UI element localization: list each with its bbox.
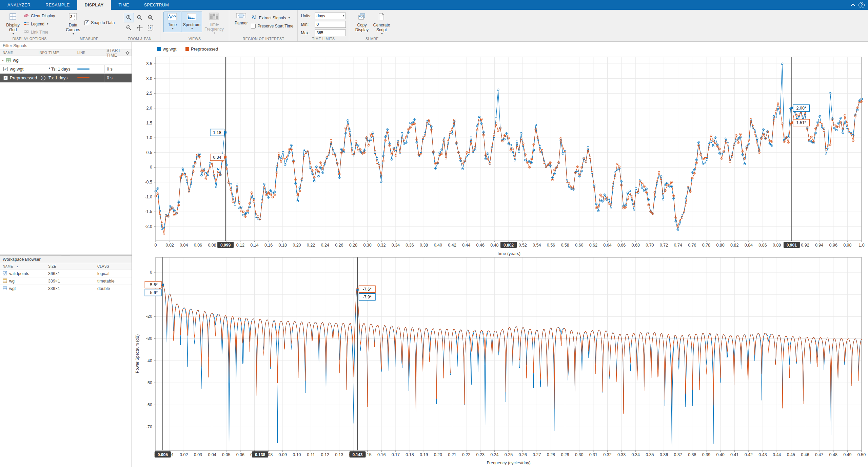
ribbon: Display Grid▾ Clear Display Legend▾ Link… <box>0 10 868 42</box>
svg-text:0.88: 0.88 <box>773 243 781 248</box>
max-input[interactable] <box>315 30 346 36</box>
display-area: 00.020.040.060.080.100.120.140.160.180.2… <box>132 42 868 467</box>
svg-text:-50: -50 <box>146 381 152 385</box>
generate-script-button[interactable]: Generate Script▾ <box>371 12 392 37</box>
panner-icon <box>236 13 246 20</box>
extract-signals-button[interactable]: Extract Signals▾ <box>250 14 294 21</box>
svg-text:0.34: 0.34 <box>392 243 400 248</box>
sort-ascending-icon[interactable]: ▲ <box>16 265 19 268</box>
svg-text:0.68: 0.68 <box>632 243 640 248</box>
section-region-of-interest: Panner Extract Signals▾ ✓ Preserve Start… <box>229 10 298 41</box>
checkbox-checked-icon[interactable]: ✓ <box>3 67 8 71</box>
max-label: Max: <box>301 31 313 35</box>
svg-text:2.0: 2.0 <box>146 106 152 111</box>
tab-resample[interactable]: RESAMPLE <box>38 0 77 10</box>
svg-text:0.62: 0.62 <box>589 243 597 248</box>
svg-text:0.24: 0.24 <box>321 243 329 248</box>
svg-text:3.5: 3.5 <box>146 61 152 66</box>
display-grid-button[interactable]: Display Grid▾ <box>3 12 23 37</box>
svg-text:2.00*: 2.00* <box>796 106 806 111</box>
svg-text:0.25: 0.25 <box>505 452 513 457</box>
section-views: Time▾ Spectrum▾ Time-Frequency▾ VIEWS <box>160 10 229 41</box>
signal-row-wgwgt[interactable]: ✓ wg.wgt * Ts: 1 days 0 s <box>0 65 132 74</box>
spectrum-view-button[interactable]: Spectrum▾ <box>181 12 202 32</box>
svg-text:0: 0 <box>155 243 157 248</box>
svg-text:0.20: 0.20 <box>434 452 442 457</box>
svg-text:0.33: 0.33 <box>617 452 626 457</box>
svg-text:wg.wgt: wg.wgt <box>162 46 177 52</box>
svg-text:0.27: 0.27 <box>533 452 541 457</box>
checkbox-checked-icon[interactable]: ✓ <box>3 76 8 80</box>
svg-text:0.06: 0.06 <box>236 452 244 457</box>
svg-text:0.86: 0.86 <box>758 243 767 248</box>
snap-to-data-checkbox[interactable]: ✓ Snap to Data <box>83 19 116 26</box>
workspace-row-validpoints[interactable]: validpoints 366×1 logical <box>0 270 132 277</box>
zoom-x-button[interactable]: x <box>135 13 145 22</box>
svg-text:0.82: 0.82 <box>730 243 738 248</box>
svg-text:0.42: 0.42 <box>448 243 456 248</box>
svg-text:3.0: 3.0 <box>146 76 152 81</box>
svg-text:Power Spectrum (dB): Power Spectrum (dB) <box>135 334 140 373</box>
svg-text:Preprocessed: Preprocessed <box>191 46 218 52</box>
fit-view-button[interactable] <box>145 23 156 33</box>
dropdown-caret-icon: ▾ <box>172 27 174 31</box>
svg-text:0.09: 0.09 <box>279 452 287 457</box>
svg-text:0.32: 0.32 <box>377 243 386 248</box>
svg-text:0.18: 0.18 <box>279 243 287 248</box>
svg-text:0.46: 0.46 <box>476 243 485 248</box>
time-plot[interactable]: 00.020.040.060.080.100.120.140.160.180.2… <box>132 42 868 256</box>
svg-text:-20: -20 <box>146 314 152 319</box>
tab-time[interactable]: TIME <box>111 0 136 10</box>
svg-text:0.06: 0.06 <box>194 243 202 248</box>
minimize-ribbon-icon[interactable] <box>851 3 855 8</box>
svg-text:0.02: 0.02 <box>165 243 174 248</box>
workspace-row-wg[interactable]: wg 339×1 timetable <box>0 277 132 285</box>
svg-text:0.36: 0.36 <box>660 452 668 457</box>
spectrum-plot[interactable]: 00.010.020.030.040.050.060.070.080.090.1… <box>132 256 868 467</box>
preserve-start-time-checkbox[interactable]: ✓ Preserve Start Time <box>250 22 294 30</box>
svg-text:-2.0: -2.0 <box>145 224 152 229</box>
svg-text:-1.0: -1.0 <box>145 195 152 199</box>
tab-spectrum[interactable]: SPECTRUM <box>137 0 176 10</box>
workspace-row-wgt[interactable]: wgt 339×1 double <box>0 285 132 292</box>
svg-text:0.37: 0.37 <box>674 452 682 457</box>
data-cursors-button[interactable]: 2 Data Cursors▾ <box>62 12 83 37</box>
time-view-button[interactable]: Time▾ <box>163 12 181 32</box>
clear-display-button[interactable]: Clear Display <box>23 12 56 19</box>
svg-text:0.43: 0.43 <box>758 452 767 457</box>
units-label: Units: <box>301 14 313 18</box>
units-dropdown[interactable]: days ▾ <box>315 13 346 19</box>
svg-text:-60: -60 <box>146 403 152 407</box>
svg-text:0.48: 0.48 <box>490 243 498 248</box>
dropdown-caret-icon: ▾ <box>214 31 215 35</box>
tab-analyzer[interactable]: ANALYZER <box>0 0 38 10</box>
tab-display[interactable]: DISPLAY <box>77 0 111 10</box>
svg-text:0.17: 0.17 <box>392 452 400 457</box>
copy-display-icon <box>358 13 366 22</box>
collapse-caret-icon[interactable]: ▾ <box>2 58 6 62</box>
logical-variable-icon <box>3 271 7 276</box>
svg-text:0.36: 0.36 <box>406 243 414 248</box>
svg-text:0: 0 <box>150 270 152 275</box>
pan-button[interactable] <box>135 23 145 33</box>
info-icon[interactable]: i <box>41 76 45 80</box>
svg-text:0.98: 0.98 <box>843 243 851 248</box>
clear-display-icon <box>24 13 29 19</box>
svg-text:0.22: 0.22 <box>307 243 315 248</box>
table-settings-gear-icon[interactable] <box>125 51 130 56</box>
signal-row-preprocessed[interactable]: ✓ Preprocessed i Ts: 1 days 0 s <box>0 74 132 82</box>
svg-text:0.39: 0.39 <box>702 452 710 457</box>
svg-text:0.901: 0.901 <box>787 243 797 248</box>
panner-button[interactable]: Panner <box>232 12 250 26</box>
copy-display-button[interactable]: Copy Display <box>352 12 371 33</box>
svg-text:0.16: 0.16 <box>264 243 273 248</box>
zoom-y-button[interactable]: y <box>145 13 156 22</box>
zoom-in-button[interactable] <box>124 13 134 22</box>
section-zoom-pan: x y ZOOM & PAN <box>119 10 160 41</box>
legend-button[interactable]: Legend▾ <box>23 20 56 27</box>
help-icon[interactable]: ? <box>859 2 865 8</box>
min-input[interactable] <box>315 21 346 28</box>
svg-text:2.5: 2.5 <box>146 91 152 96</box>
zoom-out-button[interactable] <box>124 23 134 33</box>
svg-text:0.04: 0.04 <box>180 243 188 248</box>
